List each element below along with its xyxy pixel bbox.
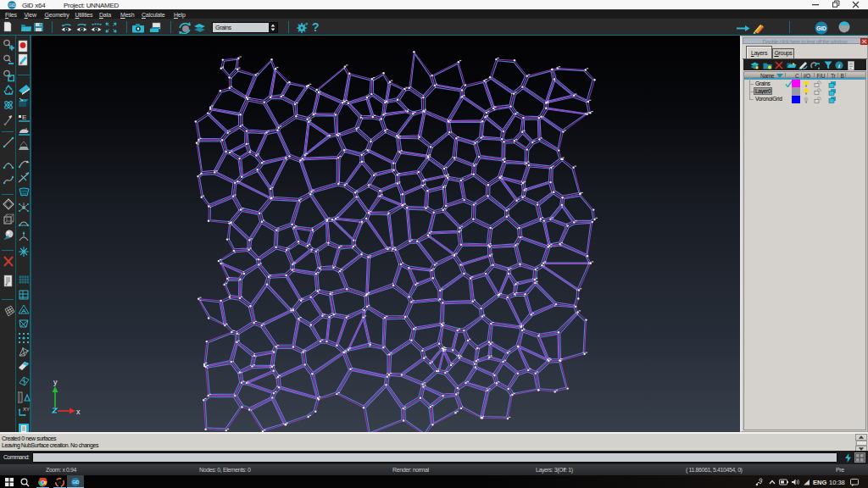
svg-text:E: E <box>22 114 26 121</box>
svg-text:GiD: GiD <box>816 25 826 31</box>
svg-text:GiD: GiD <box>72 480 80 485</box>
svg-text:XY: XY <box>23 407 30 412</box>
svg-text:x: x <box>76 408 81 416</box>
svg-text:i: i <box>838 63 840 69</box>
svg-text:v14: v14 <box>846 30 855 35</box>
svg-text:y: y <box>53 378 58 386</box>
svg-text:GiD: GiD <box>8 3 16 8</box>
